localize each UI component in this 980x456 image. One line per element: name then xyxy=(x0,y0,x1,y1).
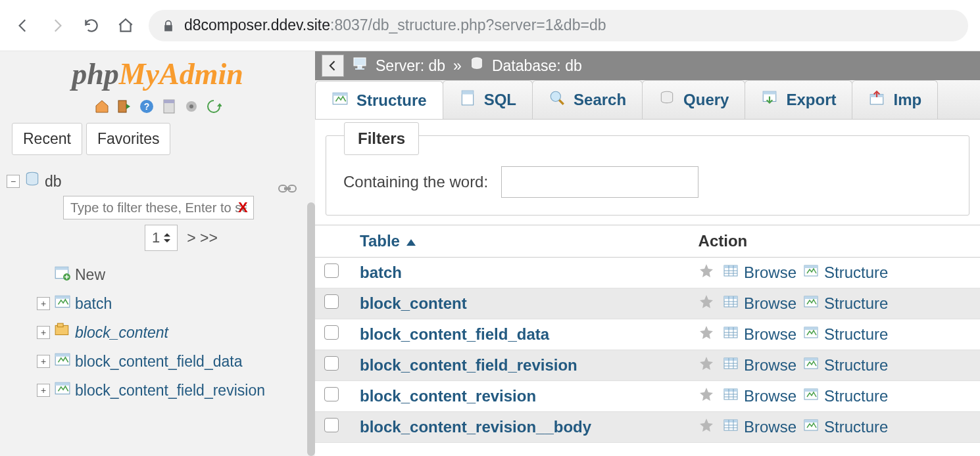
svg-rect-53 xyxy=(724,327,737,330)
database-icon xyxy=(24,171,41,192)
filter-word-input[interactable] xyxy=(501,166,698,198)
table-row: block_content_revision BrowseStructure xyxy=(315,381,980,412)
row-checkbox[interactable] xyxy=(324,263,339,278)
nav-reload-button[interactable] xyxy=(80,14,103,37)
favorite-star-icon[interactable] xyxy=(698,419,714,436)
tree-table-block-content-field-data[interactable]: block_content_field_data xyxy=(75,353,242,371)
help-icon[interactable]: ? xyxy=(137,97,157,116)
nav-forward-button[interactable] xyxy=(46,14,68,37)
favorites-button[interactable]: Favorites xyxy=(86,123,171,155)
browse-action[interactable]: Browse xyxy=(723,386,796,406)
tab-label: Export xyxy=(786,91,836,109)
structure-action[interactable]: Structure xyxy=(803,263,888,283)
reload-icon[interactable] xyxy=(204,97,224,116)
tab-label: Search xyxy=(574,91,626,109)
tree-expand-button[interactable]: + xyxy=(37,384,50,397)
tree-table-block-content[interactable]: block_content xyxy=(75,324,168,342)
sql-icon xyxy=(459,89,476,110)
browse-action[interactable]: Browse xyxy=(723,325,796,344)
svg-rect-4 xyxy=(164,100,174,103)
browse-action[interactable]: Browse xyxy=(723,294,796,313)
col-table-header[interactable]: Table xyxy=(351,225,689,258)
address-bar[interactable]: d8composer.ddev.site:8037/db_structure.p… xyxy=(149,10,968,41)
tree-collapse-button[interactable]: − xyxy=(7,175,20,188)
structure-icon xyxy=(803,294,819,313)
collapse-nav-button[interactable] xyxy=(322,55,344,77)
tab-search[interactable]: Search xyxy=(532,80,643,119)
structure-action[interactable]: Structure xyxy=(803,386,888,406)
tab-sql[interactable]: SQL xyxy=(443,80,533,119)
tab-structure[interactable]: Structure xyxy=(315,81,443,120)
svg-rect-0 xyxy=(118,101,126,112)
tab-query[interactable]: Query xyxy=(642,80,745,119)
table-name-link[interactable]: block_content xyxy=(360,294,467,312)
tree-expand-button[interactable]: + xyxy=(37,355,50,368)
tree-expand-button[interactable]: + xyxy=(37,297,50,310)
structure-icon xyxy=(803,263,819,283)
tab-import[interactable]: Imp xyxy=(852,80,938,119)
browse-action[interactable]: Browse xyxy=(723,417,796,437)
db-node-label[interactable]: db xyxy=(45,173,62,191)
logo[interactable]: phpMyAdmin xyxy=(0,51,315,95)
tree-filter-input[interactable] xyxy=(63,196,254,219)
table-name-link[interactable]: block_content_field_data xyxy=(360,325,549,343)
new-table-link[interactable]: New xyxy=(75,266,105,284)
tree-table-block-content-field-revision[interactable]: block_content_field_revision xyxy=(75,382,265,399)
table-icon xyxy=(54,293,71,314)
sql-icon[interactable] xyxy=(159,97,179,116)
browse-action[interactable]: Browse xyxy=(723,355,796,375)
table-name-link[interactable]: block_content_field_revision xyxy=(360,356,577,374)
favorite-star-icon[interactable] xyxy=(698,357,714,375)
tab-export[interactable]: Export xyxy=(745,80,852,119)
structure-icon xyxy=(803,325,819,344)
structure-action[interactable]: Structure xyxy=(803,294,888,313)
database-icon xyxy=(470,57,484,75)
link-icon[interactable] xyxy=(278,183,297,196)
row-checkbox[interactable] xyxy=(324,294,339,309)
tree-table-batch[interactable]: batch xyxy=(75,295,112,313)
breadcrumb-server[interactable]: Server: db xyxy=(376,57,445,75)
structure-action[interactable]: Structure xyxy=(803,325,888,344)
filters-legend: Filters xyxy=(344,122,419,155)
table-icon xyxy=(54,351,71,372)
svg-point-30 xyxy=(551,91,560,101)
table-name-link[interactable]: block_content_revision__body xyxy=(360,418,591,436)
row-checkbox[interactable] xyxy=(324,418,339,432)
sidebar-scrollbar[interactable] xyxy=(307,202,315,456)
row-checkbox[interactable] xyxy=(324,356,339,371)
favorite-star-icon[interactable] xyxy=(698,326,714,344)
row-checkbox[interactable] xyxy=(324,325,339,340)
export-icon xyxy=(761,89,778,110)
nav-back-button[interactable] xyxy=(12,14,34,37)
favorite-star-icon[interactable] xyxy=(698,388,714,405)
favorite-star-icon[interactable] xyxy=(698,295,714,313)
tree-page-next[interactable]: > >> xyxy=(187,229,218,247)
gear-icon[interactable] xyxy=(182,97,201,116)
breadcrumb-database[interactable]: Database: db xyxy=(492,57,582,75)
svg-rect-33 xyxy=(764,91,777,94)
tree-expand-button[interactable]: + xyxy=(37,326,50,339)
row-checkbox[interactable] xyxy=(324,387,339,401)
svg-rect-59 xyxy=(804,327,818,330)
clear-filter-icon[interactable]: X xyxy=(238,199,248,216)
svg-rect-12 xyxy=(55,267,68,269)
svg-rect-29 xyxy=(462,91,473,94)
favorite-star-icon[interactable] xyxy=(698,264,714,282)
table-name-link[interactable]: block_content_revision xyxy=(360,387,536,405)
home-icon[interactable] xyxy=(92,97,112,116)
svg-rect-43 xyxy=(804,265,818,268)
logout-icon[interactable] xyxy=(114,97,134,116)
nav-tree: − db X 1 > >> New xyxy=(0,164,315,405)
browse-action[interactable]: Browse xyxy=(723,263,796,283)
recent-button[interactable]: Recent xyxy=(12,123,82,155)
svg-rect-23 xyxy=(358,66,362,68)
svg-rect-9 xyxy=(284,187,291,190)
table-row: block_content_field_revision BrowseStruc… xyxy=(315,350,980,381)
structure-action[interactable]: Structure xyxy=(803,417,888,437)
tree-page-select[interactable]: 1 xyxy=(145,225,178,251)
url-text: d8composer.ddev.site:8037/db_structure.p… xyxy=(184,16,606,34)
nav-home-button[interactable] xyxy=(114,14,137,37)
browse-icon xyxy=(723,294,739,313)
structure-action[interactable]: Structure xyxy=(803,355,888,375)
table-name-link[interactable]: batch xyxy=(360,263,402,281)
